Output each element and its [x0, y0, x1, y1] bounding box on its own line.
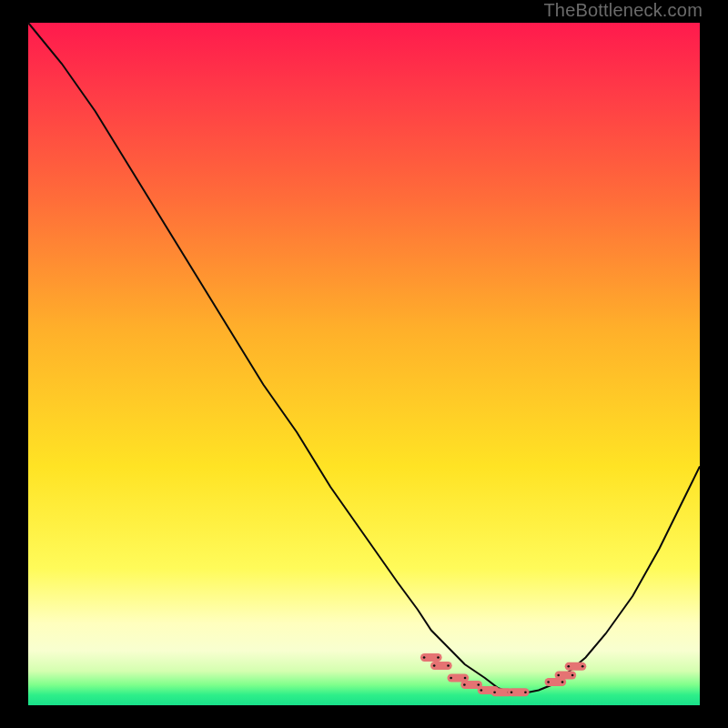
- highlight-dot-endpoint: [547, 681, 550, 683]
- highlight-dot-endpoint: [447, 664, 450, 667]
- highlight-dots-group: [423, 656, 584, 693]
- highlight-dot-endpoint: [567, 665, 570, 668]
- highlight-dot-endpoint: [450, 677, 452, 680]
- bottleneck-curve: [28, 23, 700, 693]
- highlight-dot-endpoint: [571, 674, 574, 677]
- highlight-dot-endpoint: [433, 664, 436, 667]
- highlight-dot-endpoint: [524, 691, 527, 693]
- outer-black-frame: TheBottleneck.com: [0, 0, 728, 728]
- highlight-dot-endpoint: [464, 677, 467, 680]
- chart-overlay: [28, 23, 700, 705]
- highlight-dot-endpoint: [581, 665, 584, 668]
- highlight-dot-endpoint: [511, 691, 513, 693]
- highlight-dot-endpoint: [477, 683, 480, 686]
- highlight-dot-endpoint: [493, 691, 496, 693]
- highlight-dot-endpoint: [557, 674, 560, 677]
- highlight-dot-endpoint: [480, 689, 482, 692]
- highlight-dot-endpoint: [561, 681, 564, 683]
- highlight-dot-endpoint: [423, 656, 426, 659]
- watermark-text: TheBottleneck.com: [543, 0, 703, 21]
- highlight-dot-endpoint: [437, 656, 440, 659]
- highlight-dot-endpoint: [463, 683, 466, 686]
